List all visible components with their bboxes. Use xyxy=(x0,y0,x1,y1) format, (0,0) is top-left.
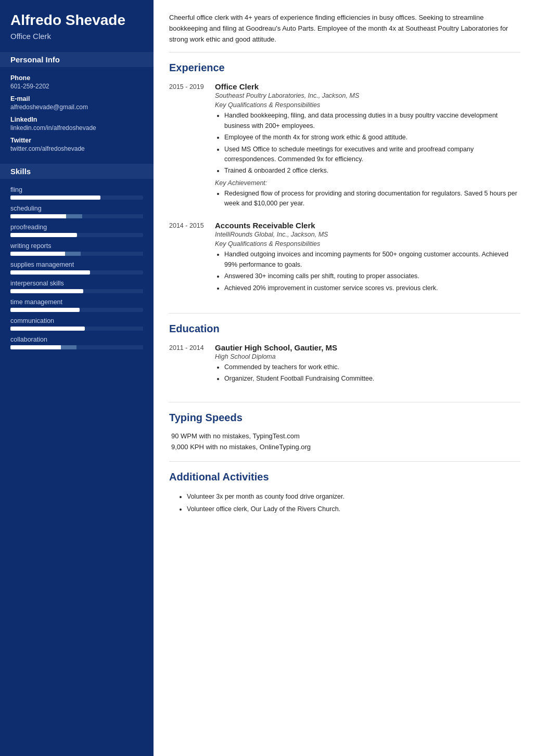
list-item: Handled bookkeeping, filing, and data pr… xyxy=(224,111,520,131)
email-label: E-mail xyxy=(10,95,143,102)
skill-bar-fill xyxy=(10,233,77,237)
skills-section: Skills flingschedulingproofreadingwritin… xyxy=(10,164,143,349)
skills-header: Skills xyxy=(0,164,154,179)
exp-content: Accounts Receivable ClerkIntelliRounds G… xyxy=(215,221,520,296)
skill-bar-bg xyxy=(10,345,143,349)
experience-entry: 2014 - 2015Accounts Receivable ClerkInte… xyxy=(169,221,520,296)
exp-bullets: Handled bookkeeping, filing, and data pr… xyxy=(215,111,520,176)
twitter-label: Twitter xyxy=(10,137,143,144)
summary: Cheerful office clerk with 4+ years of e… xyxy=(169,12,520,53)
additional-list: Volunteer 3x per month as county food dr… xyxy=(169,491,520,514)
linkedin-value: linkedin.com/in/alfredoshevade xyxy=(10,124,143,132)
experience-list: 2015 - 2019Office ClerkSoutheast Poultry… xyxy=(169,82,520,296)
exp-content: Office ClerkSoutheast Poultry Laboratori… xyxy=(215,82,520,212)
list-item: Volunteer 3x per month as county food dr… xyxy=(187,491,520,502)
education-title: Education xyxy=(169,323,520,336)
skill-bar-fill xyxy=(10,327,85,331)
additional-title: Additional Activities xyxy=(169,471,520,484)
skill-bar-bg xyxy=(10,327,143,331)
skill-bar-fill xyxy=(10,289,83,293)
typing-section: Typing Speeds 90 WPM with no mistakes, T… xyxy=(169,412,520,462)
exp-job-title: Office Clerk xyxy=(215,82,520,91)
exp-qualifications-label: Key Qualifications & Responsibilities xyxy=(215,101,520,109)
skill-name: interpersonal skills xyxy=(10,280,143,287)
list-item: Organizer, Student Football Fundraising … xyxy=(224,374,520,384)
candidate-name: Alfredo Shevade xyxy=(10,12,143,29)
experience-title: Experience xyxy=(169,62,520,75)
edu-content: Gautier High School, Gautier, MSHigh Sch… xyxy=(215,343,520,387)
phone-label: Phone xyxy=(10,74,143,82)
skill-name: time management xyxy=(10,298,143,306)
list-item: Used MS Office to schedule meetings for … xyxy=(224,145,520,165)
skill-bar-fill xyxy=(10,270,90,275)
list-item: Redesigned flow of process for providing… xyxy=(224,189,520,209)
education-section: Education 2011 - 2014Gautier High School… xyxy=(169,323,520,402)
list-item: Trained & onboarded 2 office clerks. xyxy=(224,166,520,176)
resume-container: Alfredo Shevade Office Clerk Personal In… xyxy=(0,0,536,756)
list-item: Employee of the month 4x for strong work… xyxy=(224,133,520,142)
linkedin-label: LinkedIn xyxy=(10,116,143,123)
skill-name: writing reports xyxy=(10,242,143,250)
skill-bar-bg xyxy=(10,233,143,237)
skills-list: flingschedulingproofreadingwriting repor… xyxy=(10,186,143,349)
education-entry: 2011 - 2014Gautier High School, Gautier,… xyxy=(169,343,520,387)
skill-name: proofreading xyxy=(10,224,143,231)
edu-bullets: Commended by teachers for work ethic.Org… xyxy=(215,362,520,384)
exp-qualifications-label: Key Qualifications & Responsibilities xyxy=(215,240,520,247)
skill-name: fling xyxy=(10,186,143,193)
exp-achievement-bullets: Redesigned flow of process for providing… xyxy=(215,189,520,209)
list-item: Achieved 20% improvement in customer ser… xyxy=(224,283,520,293)
skill-name: supplies management xyxy=(10,261,143,268)
twitter-value: twitter.com/alfredoshevade xyxy=(10,145,143,152)
skill-bar-bg xyxy=(10,270,143,275)
typing-title: Typing Speeds xyxy=(169,412,520,425)
exp-dates: 2014 - 2015 xyxy=(169,221,206,296)
typing-item: 90 WPM with no mistakes, TypingTest.com xyxy=(169,432,520,440)
skill-bar-bg xyxy=(10,195,143,200)
list-item: Answered 30+ incoming calls per shift, r… xyxy=(224,271,520,281)
skill-bar-bg xyxy=(10,252,143,256)
personal-info-header: Personal Info xyxy=(0,52,154,67)
skill-bar-bg xyxy=(10,289,143,293)
candidate-title: Office Clerk xyxy=(10,32,143,41)
skill-name: collaboration xyxy=(10,336,143,343)
sidebar: Alfredo Shevade Office Clerk Personal In… xyxy=(0,0,154,756)
exp-achievement-label: Key Achievement: xyxy=(215,179,520,187)
list-item: Volunteer office clerk, Our Lady of the … xyxy=(187,504,520,514)
education-list: 2011 - 2014Gautier High School, Gautier,… xyxy=(169,343,520,387)
edu-degree: High School Diploma xyxy=(215,353,520,360)
list-item: Handled outgoing invoices and incoming p… xyxy=(224,250,520,270)
experience-entry: 2015 - 2019Office ClerkSoutheast Poultry… xyxy=(169,82,520,212)
edu-school: Gautier High School, Gautier, MS xyxy=(215,343,520,352)
list-item: Commended by teachers for work ethic. xyxy=(224,362,520,372)
skill-bar-fill xyxy=(10,308,80,312)
edu-dates: 2011 - 2014 xyxy=(169,343,206,387)
skill-bar-bg xyxy=(10,308,143,312)
additional-section: Additional Activities Volunteer 3x per m… xyxy=(169,471,520,524)
skill-name: scheduling xyxy=(10,205,143,212)
typing-list: 90 WPM with no mistakes, TypingTest.com9… xyxy=(169,432,520,451)
exp-dates: 2015 - 2019 xyxy=(169,82,206,212)
phone-value: 601-259-2202 xyxy=(10,83,143,90)
skill-bar-fill xyxy=(10,195,100,200)
experience-section: Experience 2015 - 2019Office ClerkSouthe… xyxy=(169,62,520,314)
skill-bar-bg xyxy=(10,214,143,218)
exp-job-title: Accounts Receivable Clerk xyxy=(215,221,520,230)
exp-bullets: Handled outgoing invoices and incoming p… xyxy=(215,250,520,293)
email-value: alfredoshevade@gmail.com xyxy=(10,103,143,111)
exp-company: IntelliRounds Global, Inc., Jackson, MS xyxy=(215,231,520,238)
typing-item: 9,000 KPH with no mistakes, OnlineTyping… xyxy=(169,443,520,451)
exp-company: Southeast Poultry Laboratories, Inc., Ja… xyxy=(215,92,520,99)
main-content: Cheerful office clerk with 4+ years of e… xyxy=(154,0,536,756)
skill-name: communication xyxy=(10,317,143,324)
